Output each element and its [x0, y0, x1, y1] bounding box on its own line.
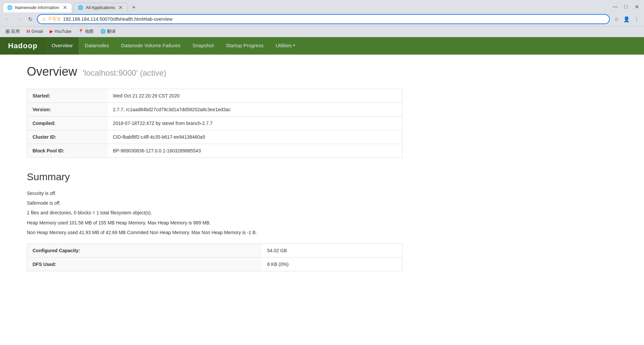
overview-heading: Overview 'localhost:9000' (active): [27, 65, 443, 79]
overview-title: Overview: [27, 65, 77, 78]
info-row-value: BP-989030836-127.0.0.1-1603289885543: [108, 144, 402, 158]
table-row: Compiled:2018-07-18T22:47Z by stevel fro…: [27, 117, 402, 130]
tab-namenode[interactable]: 🌐 Namenode information ✕: [3, 3, 72, 12]
tab-favicon-2: 🌐: [78, 5, 83, 10]
profile-button[interactable]: 👤: [622, 14, 631, 24]
tab-title-1: Namenode information: [15, 5, 59, 10]
tab-close-1[interactable]: ✕: [62, 5, 68, 10]
info-row-label: Compiled:: [27, 117, 108, 130]
info-row-value: 2.7.7, rc1aad84bd27cd79c3d1a7dd58202a8c3…: [108, 103, 402, 117]
bookmark-gmail-label: Gmail: [32, 29, 43, 34]
summary-table: Configured Capacity:54.02 GBDFS Used:8 K…: [27, 244, 402, 271]
utilities-chevron-icon: ▾: [293, 43, 295, 48]
maps-icon: 📍: [78, 29, 84, 34]
summary-text: 1 files and directories, 0 blocks = 1 to…: [27, 209, 443, 217]
nav-startup-progress[interactable]: Startup Progress: [220, 37, 270, 55]
info-row-label: Version:: [27, 103, 108, 117]
security-label: 不安全: [48, 16, 61, 22]
tab-title-2: All Applications: [86, 5, 115, 10]
info-table: Started:Wed Oct 21 22:20:29 CST 2020Vers…: [27, 89, 402, 158]
gmail-icon: M: [26, 29, 30, 34]
table-row: Block Pool ID:BP-989030836-127.0.0.1-160…: [27, 144, 402, 158]
page-content: Overview 'localhost:9000' (active) Start…: [0, 55, 470, 281]
browser-chrome: 🌐 Namenode information ✕ 🌐 All Applicati…: [0, 0, 644, 37]
address-bar[interactable]: ⚠ 不安全 192.168.184.114:50070/dfshealth.ht…: [37, 14, 610, 24]
summary-text: Security is off.: [27, 189, 443, 198]
maximize-button[interactable]: □: [621, 2, 631, 11]
title-bar: 🌐 Namenode information ✕ 🌐 All Applicati…: [0, 0, 644, 13]
back-button[interactable]: ←: [3, 14, 12, 24]
address-bar-actions: ☆ 👤 ⋮: [612, 14, 641, 24]
info-row-value: CID-fbabf8f2-c4ff-4c35-b617-ee94138460a5: [108, 130, 402, 144]
bookmark-apps-label: 应用: [11, 28, 20, 34]
info-row-value: Wed Oct 21 22:20:29 CST 2020: [108, 89, 402, 103]
nav-utilities-label: Utilities: [276, 43, 292, 48]
summary-row-value: 54.02 GB: [262, 244, 402, 257]
table-row: Configured Capacity:54.02 GB: [27, 244, 402, 257]
tab-close-2[interactable]: ✕: [118, 5, 123, 10]
summary-lines: Security is off.Safemode is off.1 files …: [27, 189, 443, 237]
summary-text: Non Heap Memory used 41.93 MB of 42.69 M…: [27, 228, 443, 237]
summary-row-label: DFS Used:: [27, 257, 262, 271]
info-row-label: Cluster ID:: [27, 130, 108, 144]
bookmark-apps[interactable]: ⊞ 应用: [3, 27, 22, 36]
forward-button[interactable]: →: [14, 14, 23, 24]
bookmark-youtube[interactable]: ▶ YouTube: [47, 28, 74, 35]
apps-icon: ⊞: [5, 28, 10, 34]
bookmark-maps-label: 地图: [85, 28, 94, 34]
summary-row-value: 8 KB (0%): [262, 257, 402, 271]
table-row: Cluster ID:CID-fbabf8f2-c4ff-4c35-b617-e…: [27, 130, 402, 144]
hadoop-logo: Hadoop: [0, 37, 46, 55]
bookmark-maps[interactable]: 📍 地图: [75, 27, 96, 36]
summary-text: Heap Memory used 101.58 MB of 155 MB Hea…: [27, 219, 443, 227]
nav-overview[interactable]: Overview: [46, 37, 79, 55]
bookmark-gmail[interactable]: M Gmail: [24, 28, 46, 35]
info-row-value: 2018-07-18T22:47Z by stevel from branch-…: [108, 117, 402, 130]
close-button[interactable]: ✕: [632, 2, 641, 11]
bookmarks-bar: ⊞ 应用 M Gmail ▶ YouTube 📍 地图 🌐 翻译: [0, 26, 644, 37]
reload-button[interactable]: ↻: [25, 14, 35, 24]
overview-subtitle: 'localhost:9000' (active): [80, 68, 166, 77]
summary-row-label: Configured Capacity:: [27, 244, 262, 257]
table-row: Version:2.7.7, rc1aad84bd27cd79c3d1a7dd5…: [27, 103, 402, 117]
bookmark-button[interactable]: ☆: [612, 14, 621, 24]
address-bar-row: ← → ↻ ⚠ 不安全 192.168.184.114:50070/dfshea…: [0, 13, 644, 26]
url-text: 192.168.184.114:50070/dfshealth.html#tab…: [63, 16, 605, 22]
security-icon: ⚠: [42, 16, 46, 22]
minimize-button[interactable]: —: [610, 2, 620, 11]
info-row-label: Block Pool ID:: [27, 144, 108, 158]
bookmark-youtube-label: YouTube: [54, 29, 71, 34]
nav-datanodes[interactable]: Datanodes: [78, 37, 115, 55]
bookmark-translate[interactable]: 🌐 翻译: [98, 27, 118, 36]
table-row: Started:Wed Oct 21 22:20:29 CST 2020: [27, 89, 402, 103]
hadoop-nav-items: Overview Datanodes Datanode Volume Failu…: [46, 37, 301, 55]
nav-snapshot[interactable]: Snapshot: [186, 37, 220, 55]
tab-allapps[interactable]: 🌐 All Applications ✕: [73, 3, 128, 12]
menu-button[interactable]: ⋮: [632, 14, 641, 24]
summary-text: Safemode is off.: [27, 199, 443, 207]
nav-utilities[interactable]: Utilities ▾: [270, 37, 301, 55]
summary-heading: Summary: [27, 171, 443, 183]
info-row-label: Started:: [27, 89, 108, 103]
nav-datanode-volume-failures[interactable]: Datanode Volume Failures: [115, 37, 186, 55]
hadoop-navbar: Hadoop Overview Datanodes Datanode Volum…: [0, 37, 644, 55]
youtube-icon: ▶: [50, 29, 53, 34]
tab-favicon-1: 🌐: [7, 5, 12, 10]
translate-icon: 🌐: [100, 29, 106, 34]
window-controls: — □ ✕: [610, 2, 641, 13]
table-row: DFS Used:8 KB (0%): [27, 257, 402, 271]
new-tab-button[interactable]: +: [129, 3, 139, 12]
bookmark-translate-label: 翻译: [107, 28, 116, 34]
